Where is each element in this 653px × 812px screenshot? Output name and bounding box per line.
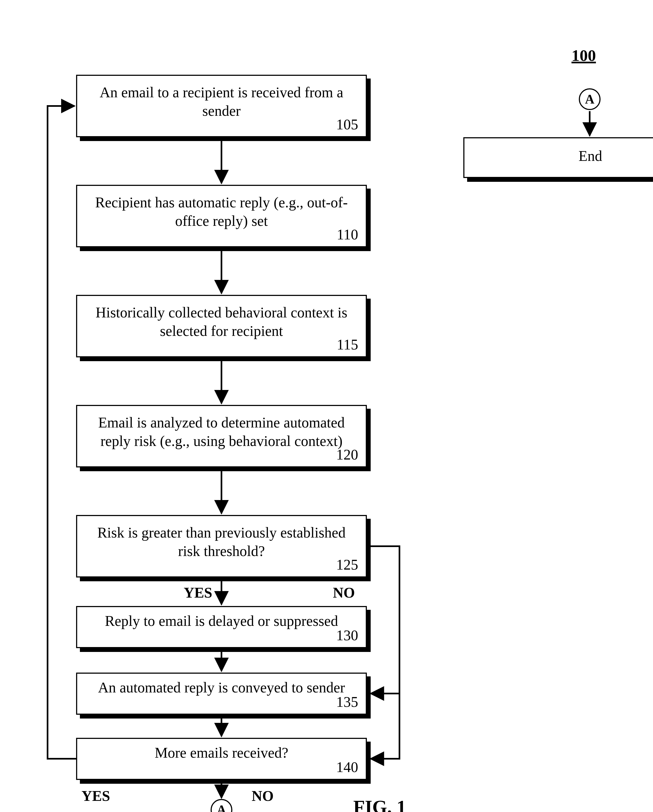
connectors [0, 0, 653, 812]
flowchart-page: 100 An email to a recipient is received … [0, 0, 653, 812]
